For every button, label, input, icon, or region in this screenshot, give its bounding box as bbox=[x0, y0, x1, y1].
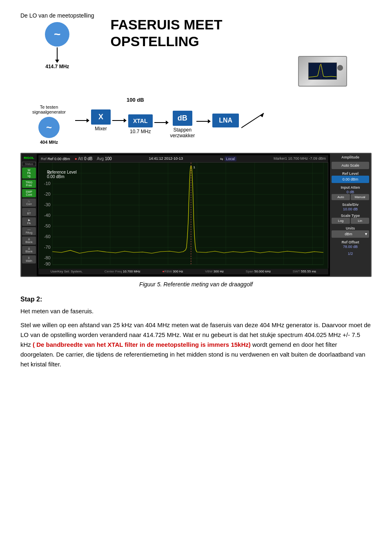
auto-scale-btn[interactable]: Auto Scale bbox=[332, 162, 369, 169]
manual-btn[interactable]: Manual bbox=[351, 194, 369, 200]
db-100-label: 100 dB bbox=[127, 97, 144, 103]
scale-div-label: Scale/Div bbox=[332, 203, 369, 207]
lo-block: De LO van de meetopstelling ~ 414.7 MHz bbox=[20, 12, 94, 69]
status-pa[interactable]: ▶PA bbox=[22, 217, 36, 226]
status-blank1[interactable]: ΔBlank bbox=[22, 237, 36, 245]
diagram-section: 100 dB Te testen signaalgenerator ~ 404 … bbox=[20, 93, 372, 149]
datetime-label: 14:41:12 2012-10-13 bbox=[149, 156, 183, 161]
signal-gen-tilde: ~ bbox=[46, 122, 52, 133]
freq-414: 414.7 MHz bbox=[45, 64, 69, 69]
page-title: FASERUIS MEET OPSTELLING bbox=[111, 16, 372, 50]
rigol-footer: UserKey Set: System, Center Freq 10.700 … bbox=[38, 268, 328, 274]
stap2-heading: Stap 2: bbox=[20, 296, 372, 303]
svg-text:-60: -60 bbox=[44, 234, 51, 239]
instrument-screen bbox=[308, 62, 337, 80]
status-blank2[interactable]: ΔBlank bbox=[22, 246, 36, 254]
mixer-box: X bbox=[91, 109, 111, 125]
xtal-block: XTAL 10.7 MHz bbox=[128, 114, 153, 134]
db-box: dB bbox=[173, 111, 192, 126]
signal-gen-label: Te testen signaalgenerator bbox=[29, 105, 69, 114]
figure-caption: Figuur 5. Referentie meting van de draag… bbox=[20, 281, 372, 288]
units-btn[interactable]: dBm ▼ bbox=[332, 230, 369, 238]
xtal-box: XTAL bbox=[128, 114, 153, 127]
header-section: De LO van de meetopstelling ~ 414.7 MHz … bbox=[20, 12, 372, 87]
svg-text:-70: -70 bbox=[44, 245, 51, 249]
input-atten-label: Input Atten bbox=[332, 185, 369, 190]
units-arrow: ▼ bbox=[364, 232, 368, 236]
highlight-text: ( De bandbreedte van het XTAL filter in … bbox=[33, 341, 251, 348]
rigol-display: RIGOL Status WPAvg TRIGFree SWPCont ↑↓Co… bbox=[20, 153, 372, 277]
title-block: FASERUIS MEET OPSTELLING bbox=[94, 12, 372, 87]
svg-text:-40: -40 bbox=[44, 213, 51, 217]
units-label: Units bbox=[332, 226, 369, 230]
footer-center-freq: Center Freq 10.700 MHz bbox=[105, 270, 140, 273]
status-swp[interactable]: SWPCont bbox=[22, 189, 36, 197]
lna-box: LNA bbox=[212, 114, 239, 127]
svg-text:-80: -80 bbox=[44, 255, 51, 260]
status-bt[interactable]: ↑BT bbox=[22, 208, 36, 216]
input-atten-value: 0 dB bbox=[332, 190, 369, 194]
signal-gen-circle: ~ bbox=[38, 117, 60, 138]
stap2-section: Stap 2: Het meten van de faseruis. Stel … bbox=[20, 296, 372, 369]
freq-404: 404 MHz bbox=[40, 140, 58, 145]
status-pavg[interactable]: ~~PAvg bbox=[22, 227, 36, 235]
rigol-chart-area: Reference Level 0.00 dBm bbox=[38, 162, 328, 268]
rigol-main-display: Ref Ref 0.00 dBm ● Att 0 dB Avg 100 14:4… bbox=[37, 154, 330, 276]
xtal-freq-label: 10.7 MHz bbox=[130, 129, 151, 134]
scale-type-label: Scale Type bbox=[332, 214, 369, 218]
svg-text:-90: -90 bbox=[44, 261, 51, 266]
lo-label: De LO van de meetopstelling bbox=[20, 12, 94, 19]
ref-level-annotation: Reference Level 0.00 dBm bbox=[47, 170, 77, 179]
lo-tilde-symbol: ~ bbox=[54, 28, 60, 41]
lo-tilde-circle: ~ bbox=[45, 22, 69, 47]
db-block: dB Stappenverzwakker bbox=[170, 111, 195, 138]
analyzer-container: RIGOL Status WPAvg TRIGFree SWPCont ↑↓Co… bbox=[20, 153, 372, 277]
mixer-block: X Mixer bbox=[91, 109, 111, 140]
amplitude-label: Amplitude bbox=[332, 155, 369, 159]
stap2-para1: Het meten van de faseruis. bbox=[20, 306, 372, 316]
ref-offset-label: Ref Offset bbox=[332, 240, 369, 244]
marker1-info: ⇆ Local bbox=[220, 156, 236, 161]
ref-level-sidebar-btn[interactable]: 0.00 dBm bbox=[332, 176, 369, 183]
status-corr[interactable]: ↑↓Corr bbox=[22, 199, 36, 207]
svg-line-2 bbox=[241, 113, 264, 128]
ref-offset-value: 78.00 dB bbox=[332, 245, 369, 249]
diagonal-arrow bbox=[241, 112, 266, 129]
lna-block: LNA bbox=[212, 114, 239, 136]
footer-rbw: ●RBW 300 Hz bbox=[163, 270, 183, 273]
footer-span: Span 50.000 kHz bbox=[246, 270, 271, 273]
footer-swt: SWT 555.55 ms bbox=[293, 270, 316, 273]
svg-text:-20: -20 bbox=[44, 192, 51, 196]
svg-text:-30: -30 bbox=[44, 202, 51, 207]
auto-btn[interactable]: Auto bbox=[332, 194, 350, 200]
rigol-left-status: RIGOL Status WPAvg TRIGFree SWPCont ↑↓Co… bbox=[21, 154, 37, 276]
instrument-knob bbox=[337, 65, 343, 71]
diagram-main-row: Te testen signaalgenerator ~ 404 MHz X M… bbox=[29, 105, 363, 145]
db-sublabel: Stappenverzwakker bbox=[170, 127, 195, 138]
marker1-readout: Marker1 10.700 MHz -7.09 dBm bbox=[274, 156, 326, 161]
log-lin-row: Log Lin bbox=[332, 218, 369, 224]
footer-vbw: VBW 300 Hz bbox=[205, 270, 224, 273]
status-trig[interactable]: TRIGFree bbox=[22, 180, 36, 188]
auto-manual-row: Auto Manual bbox=[332, 194, 369, 200]
page-indicator: 1/2 bbox=[332, 252, 369, 256]
log-btn[interactable]: Log bbox=[332, 218, 350, 224]
rigol-info-bar: Ref Ref 0.00 dBm ● Att 0 dB Avg 100 14:4… bbox=[38, 155, 328, 162]
status-math[interactable]: ΣMath bbox=[22, 255, 36, 263]
mixer-label: Mixer bbox=[95, 126, 107, 132]
rigol-brand: RIGOL bbox=[22, 155, 36, 161]
status-label: Status bbox=[22, 162, 36, 166]
scale-div-value: 10.00 dB bbox=[332, 207, 369, 211]
lin-btn[interactable]: Lin bbox=[351, 218, 369, 224]
svg-text:1: 1 bbox=[193, 165, 195, 169]
ref-info: Ref Ref 0.00 dBm ● Att 0 dB Avg 100 bbox=[41, 156, 112, 161]
svg-text:-50: -50 bbox=[44, 223, 51, 228]
instrument-photo bbox=[298, 56, 347, 87]
status-w-pavg[interactable]: WPAvg bbox=[22, 167, 36, 179]
footer-userkey: UserKey Set: System, bbox=[51, 270, 82, 273]
stap2-para2: Stel we willen op een afstand van 25 kHz… bbox=[20, 320, 372, 369]
rigol-sidebar: Amplitude Auto Scale Ref Level 0.00 dBm … bbox=[330, 154, 371, 276]
svg-text:-10: -10 bbox=[44, 181, 51, 185]
spectrum-svg: 0 -10 -20 -30 -40 -50 -60 -70 -80 -90 1 bbox=[39, 163, 328, 269]
ref-level-sidebar-label: Ref Level bbox=[332, 172, 369, 176]
